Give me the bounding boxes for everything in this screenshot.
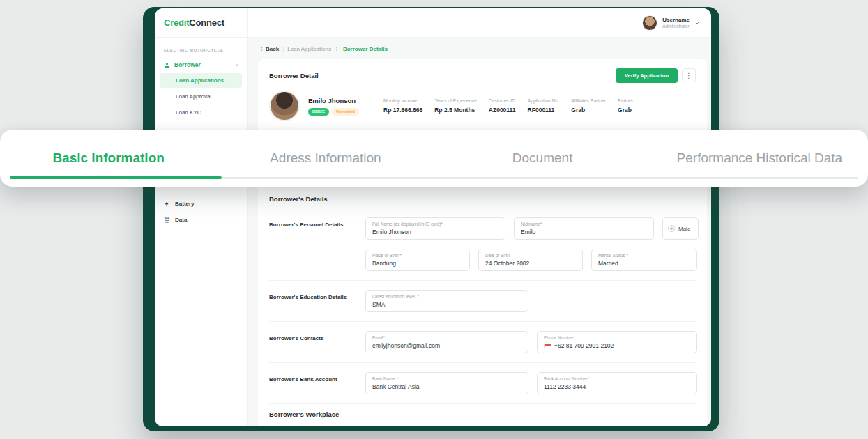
- stat-years-experience: Years of Experience Rp 2.5 Months: [434, 98, 477, 114]
- type-badge: B2B2C: [308, 108, 329, 116]
- topbar: Username Administrator: [248, 8, 711, 38]
- field-bank-name[interactable]: Bank Name * Bank Central Asia: [365, 372, 528, 394]
- brand-connect: Connect: [189, 17, 224, 28]
- stat-affiliates-partner: Affiliates Partner Grab: [571, 98, 606, 114]
- user-role-text: Administrator: [662, 24, 690, 29]
- chevron-up-icon: [235, 63, 240, 68]
- brand-logo: CreditConnect: [155, 8, 247, 38]
- page: CreditConnect ELECTRIC MOTORCYCLE Borrow…: [0, 0, 868, 439]
- sidebar-item-battery[interactable]: Battery: [155, 196, 247, 212]
- active-tab-indicator: [10, 176, 222, 179]
- field-date-of-birth[interactable]: Date of Birth 24 October 2002: [478, 249, 583, 271]
- sidebar-item-loan-approval[interactable]: Loan Approval: [160, 89, 242, 104]
- breadcrumb-divider: |: [282, 46, 284, 52]
- data-icon: [164, 217, 170, 223]
- breadcrumb: Back | Loan Applications Borrower Detail…: [248, 38, 711, 59]
- field-full-name[interactable]: Full Name (as displayed in ID card)* Emi…: [365, 217, 505, 240]
- tab-document[interactable]: Document: [434, 151, 651, 166]
- field-education-level[interactable]: Latest education level. * SMA: [365, 290, 528, 312]
- sidebar-section-label: ELECTRIC MOTORCYCLE: [155, 38, 247, 56]
- main-area: Username Administrator Back | Loan Appl: [248, 8, 711, 426]
- field-marital-status[interactable]: Marital Status * Married: [591, 249, 697, 271]
- borrower-stats: Monthly Income Rp 17.666.666 Years of Ex…: [383, 98, 696, 114]
- field-nickname[interactable]: Nickname* Emilo: [514, 217, 654, 240]
- sidebar-item-loan-applications[interactable]: Loan Applications: [160, 73, 242, 88]
- field-phone-number[interactable]: Phone Number* +62 81 709 2991 2102: [537, 331, 697, 353]
- status-badge: Unverified: [332, 108, 359, 116]
- borrower-detail-card: Borrower Detail Verify Application ⋮ Emi…: [258, 59, 707, 426]
- group-bank-account: Borrower's Bank Account Bank Name * Bank…: [269, 362, 696, 403]
- stat-application-no: Application No. RF000111: [528, 98, 560, 114]
- group-personal-details: Borrower's Personal Details Full Name (a…: [269, 208, 696, 280]
- radio-icon: [668, 225, 675, 232]
- tab-adress-information[interactable]: Adress Information: [217, 151, 434, 166]
- borrower-profile-row: Emilo Jhonson B2B2C Unverified Monthly I…: [269, 91, 696, 121]
- tabs-underline-track: [10, 177, 858, 179]
- stat-monthly-income: Monthly Income Rp 17.666.666: [383, 98, 422, 114]
- sidebar-item-loan-kyc[interactable]: Loan KYC: [160, 105, 242, 120]
- card-title: Borrower Detail: [269, 72, 319, 79]
- borrowers-workplace-heading: Borrower's Workplace: [269, 403, 696, 418]
- indonesia-flag-icon: [544, 344, 551, 348]
- sidebar-battery-label: Battery: [175, 201, 195, 207]
- borrowers-details-heading: Borrower's Details: [269, 195, 696, 203]
- breadcrumb-loan-applications[interactable]: Loan Applications: [287, 46, 331, 52]
- field-email[interactable]: Email* emilyjhonson@gmail.com: [365, 331, 528, 353]
- tab-performance-historical-data[interactable]: Performance Historical Data: [651, 151, 868, 166]
- sidebar-borrower-label: Borrower: [174, 61, 201, 68]
- sidebar-data-label: Data: [175, 217, 187, 223]
- group-label: Borrower's Personal Details: [269, 217, 365, 271]
- sidebar: CreditConnect ELECTRIC MOTORCYCLE Borrow…: [155, 8, 248, 426]
- battery-icon: [164, 201, 170, 207]
- app-window: CreditConnect ELECTRIC MOTORCYCLE Borrow…: [155, 8, 711, 426]
- tab-basic-information[interactable]: Basic Information: [0, 151, 217, 166]
- chevron-down-icon: [694, 20, 700, 26]
- brand-credit: Credit: [164, 17, 189, 28]
- tabs-bar: Basic Information Adress Information Doc…: [0, 130, 868, 187]
- user-avatar: [642, 15, 657, 31]
- verify-application-button[interactable]: Verify Application: [616, 68, 678, 83]
- borrower-name: Emilo Jhonson: [308, 97, 375, 105]
- group-label: Borrower's Education Details: [269, 290, 365, 312]
- borrower-avatar: [269, 91, 300, 121]
- group-education-details: Borrower's Education Details Latest educ…: [269, 280, 696, 321]
- chevron-right-icon: [335, 47, 340, 52]
- group-contacts: Borrower's Contacts Email* emilyjhonson@…: [269, 321, 696, 362]
- borrower-icon: [164, 62, 170, 68]
- group-label: Borrower's Bank Account: [269, 372, 365, 394]
- stat-customer-id: Customer ID AZ000111: [489, 98, 516, 114]
- field-bank-account-number[interactable]: Bank Account Number* 1112 2233 3444: [537, 372, 697, 394]
- phone-value: +62 81 709 2991 2102: [554, 342, 614, 349]
- stat-partner: Partner Grab: [618, 98, 633, 114]
- username-text: Username: [662, 17, 690, 23]
- back-label: Back: [266, 46, 279, 52]
- user-menu[interactable]: Username Administrator: [642, 15, 700, 31]
- field-place-of-birth[interactable]: Place of Birth * Bandung: [365, 249, 470, 271]
- sidebar-item-data[interactable]: Data: [155, 212, 247, 228]
- sidebar-item-borrower[interactable]: Borrower: [155, 56, 247, 72]
- back-button[interactable]: Back: [259, 46, 279, 52]
- gender-option-male[interactable]: Male: [662, 217, 699, 240]
- more-options-button[interactable]: ⋮: [682, 68, 696, 82]
- group-label: Borrower's Contacts: [269, 331, 365, 353]
- gender-label: Male: [678, 226, 690, 232]
- breadcrumb-current: Borrower Details: [343, 46, 388, 52]
- chevron-left-icon: [259, 47, 264, 52]
